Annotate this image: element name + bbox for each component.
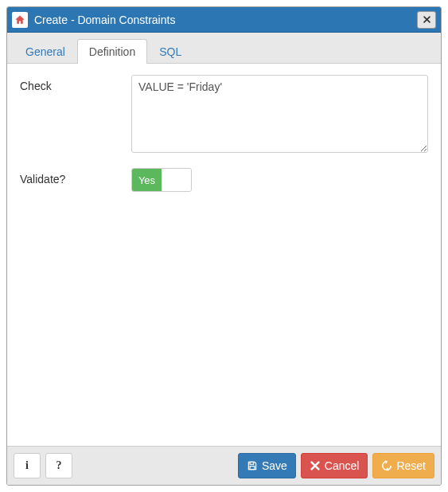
validate-control: Yes <box>131 168 428 192</box>
cancel-button[interactable]: Cancel <box>301 453 368 478</box>
reset-label: Reset <box>396 459 426 472</box>
titlebar: Create - Domain Constraints <box>7 7 441 33</box>
dialog-create-domain-constraints: Create - Domain Constraints General Defi… <box>6 6 442 486</box>
dialog-title: Create - Domain Constraints <box>34 14 417 26</box>
check-control <box>131 75 428 155</box>
cancel-icon <box>310 460 321 471</box>
svg-rect-1 <box>250 467 255 470</box>
tab-definition[interactable]: Definition <box>77 39 147 64</box>
validate-toggle[interactable]: Yes <box>131 168 192 192</box>
validate-label: Validate? <box>20 168 131 185</box>
info-icon: i <box>25 459 29 472</box>
info-button[interactable]: i <box>14 453 41 478</box>
svg-rect-0 <box>250 462 254 464</box>
tab-general[interactable]: General <box>14 39 77 64</box>
save-icon <box>247 460 258 471</box>
save-label: Save <box>262 459 287 472</box>
tabstrip: General Definition SQL <box>7 33 441 64</box>
cancel-label: Cancel <box>325 459 360 472</box>
save-button[interactable]: Save <box>238 453 296 478</box>
close-button[interactable] <box>417 11 436 29</box>
close-icon <box>423 15 431 24</box>
check-textarea[interactable] <box>131 75 428 153</box>
dialog-footer: i ? Save Cancel R <box>7 446 441 485</box>
tab-sql[interactable]: SQL <box>147 39 193 64</box>
toggle-knob <box>162 169 191 191</box>
reset-button[interactable]: Reset <box>372 453 434 478</box>
toggle-on-label: Yes <box>132 169 162 191</box>
help-button[interactable]: ? <box>45 453 72 478</box>
app-icon <box>12 12 28 28</box>
reset-icon <box>381 460 392 471</box>
row-validate: Validate? Yes <box>20 168 428 192</box>
help-icon: ? <box>56 459 62 472</box>
row-check: Check <box>20 75 428 155</box>
check-label: Check <box>20 75 131 92</box>
tab-content-definition: Check Validate? Yes <box>7 64 441 446</box>
house-icon <box>14 14 25 25</box>
